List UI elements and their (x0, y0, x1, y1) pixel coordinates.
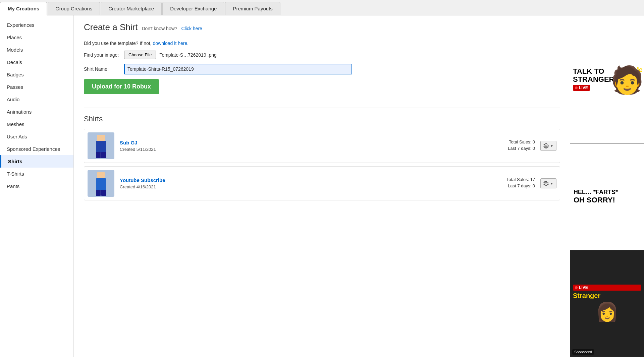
ad3-figure: 👩 (573, 301, 641, 323)
tab-my-creations[interactable]: My Creations (0, 2, 47, 15)
template-note: Did you use the template? If not, downlo… (84, 41, 560, 46)
shirt-thumbnail-2 (88, 170, 114, 197)
shirt-name-row: Shirt Name: (84, 64, 560, 74)
find-image-label: Find your image: (84, 52, 121, 58)
ad1-character: 🧑 (610, 67, 644, 94)
section-divider (84, 108, 560, 108)
sidebar-item-models[interactable]: Models (0, 44, 73, 56)
ad3-live-badge: LIVE (573, 285, 641, 291)
sidebar-item-shirts[interactable]: Shirts (0, 155, 73, 168)
create-shirt-header: Create a Shirt Don't know how? Click her… (84, 22, 560, 36)
shirt-thumbnail-1 (88, 132, 114, 159)
gear-button-1[interactable]: ▼ (540, 141, 556, 151)
thumb-body (96, 141, 106, 153)
dropdown-arrow-2: ▼ (550, 182, 553, 185)
thumb-legs-left-2 (96, 190, 101, 196)
gear-icon-2 (543, 181, 549, 186)
main-layout: Experiences Places Models Decals Badges … (0, 15, 644, 357)
ad2-text2: OH SORRY! (574, 196, 615, 204)
sidebar-item-places[interactable]: Places (0, 31, 73, 44)
choose-file-button[interactable]: Choose File (124, 51, 156, 59)
thumb-body-2 (96, 178, 106, 190)
ad-panel: TALK TOSTRANGERS LIVE Me 🧑 HEL… *FARTS* … (570, 15, 644, 357)
tab-group-creations[interactable]: Group Creations (48, 2, 100, 15)
tab-creator-marketplace[interactable]: Creator Marketplace (101, 2, 162, 15)
ad1-live-label: LIVE (579, 85, 588, 90)
thumb-legs-left (96, 152, 101, 158)
shirt-stats-2: Total Sales: 17 Last 7 days: 0 (475, 177, 535, 190)
shirt-name-input[interactable] (124, 64, 352, 74)
dropdown-arrow-1: ▼ (550, 144, 553, 148)
gear-button-2[interactable]: ▼ (540, 178, 556, 188)
find-image-row: Find your image: Choose File Template-S…… (84, 51, 560, 59)
ad-block-3[interactable]: LIVE Stranger 👩 Sponsored (570, 250, 644, 357)
dont-know-text: Don't know how? (142, 26, 177, 31)
thumb-legs-right (101, 152, 106, 158)
shirt-created-1: Created 5/11/2021 (120, 147, 469, 152)
sidebar-item-sponsored-experiences[interactable]: Sponsored Experiences (0, 143, 73, 155)
last-7-days-1: Last 7 days: 0 (475, 146, 535, 151)
sidebar-item-audio[interactable]: Audio (0, 93, 73, 106)
shirt-actions-2: ▼ (540, 178, 556, 188)
tab-premium-payouts[interactable]: Premium Payouts (225, 2, 280, 15)
tab-developer-exchange[interactable]: Developer Exchange (162, 2, 224, 15)
gear-icon-1 (543, 143, 549, 148)
ad-block-1[interactable]: TALK TOSTRANGERS LIVE Me 🧑 (570, 15, 644, 143)
sidebar-item-experiences[interactable]: Experiences (0, 19, 73, 31)
ad-block-2[interactable]: HEL… *FARTS* OH SORRY! (570, 143, 644, 250)
sponsored-badge: Sponsored (572, 349, 594, 355)
total-sales-1: Total Sales: 0 (475, 139, 535, 144)
thumb-head (97, 135, 105, 141)
create-shirt-title: Create a Shirt (84, 22, 138, 33)
ad3-live-label: LIVE (579, 285, 588, 290)
live-dot-3 (575, 286, 578, 289)
sidebar-item-user-ads[interactable]: User Ads (0, 130, 73, 143)
ad1-content: TALK TOSTRANGERS LIVE Me 🧑 (570, 65, 644, 94)
shirt-created-2: Created 4/16/2021 (120, 184, 469, 189)
shirt-actions-1: ▼ (540, 141, 556, 151)
ad3-content: LIVE Stranger 👩 (570, 282, 644, 325)
shirt-name-link-1[interactable]: Sub GJ (120, 140, 138, 145)
shirt-name-link-2[interactable]: Youtube Subscribe (120, 177, 165, 183)
sidebar-item-decals[interactable]: Decals (0, 56, 73, 68)
sidebar-item-pants[interactable]: Pants (0, 180, 73, 192)
sidebar-item-meshes[interactable]: Meshes (0, 118, 73, 130)
ad1-live-badge: LIVE (573, 85, 590, 91)
shirt-stats-1: Total Sales: 0 Last 7 days: 0 (475, 139, 535, 152)
last-7-days-2: Last 7 days: 0 (475, 183, 535, 188)
thumb-head-2 (97, 172, 105, 179)
file-name-display: Template-S…7262019 .png (159, 52, 216, 58)
shirt-item-2: Youtube Subscribe Created 4/16/2021 Tota… (84, 166, 560, 200)
sidebar-item-animations[interactable]: Animations (0, 106, 73, 118)
click-here-link[interactable]: Click here (181, 26, 202, 31)
sidebar-item-passes[interactable]: Passes (0, 81, 73, 93)
content-area: Create a Shirt Don't know how? Click her… (74, 15, 570, 357)
ad2-text1: HEL… *FARTS* (574, 189, 618, 196)
download-link[interactable]: download it here. (153, 41, 189, 46)
shirt-info-1: Sub GJ Created 5/11/2021 (120, 140, 469, 152)
ad3-stranger-label: Stranger (573, 292, 641, 300)
shirt-item: Sub GJ Created 5/11/2021 Total Sales: 0 … (84, 129, 560, 163)
shirt-name-label: Shirt Name: (84, 66, 121, 72)
sidebar: Experiences Places Models Decals Badges … (0, 15, 74, 357)
upload-button[interactable]: Upload for 10 Robux (84, 79, 159, 94)
ad2-content: HEL… *FARTS* OH SORRY! (570, 185, 644, 208)
sidebar-item-badges[interactable]: Badges (0, 68, 73, 81)
sidebar-item-t-shirts[interactable]: T-Shirts (0, 168, 73, 180)
top-nav: My Creations Group Creations Creator Mar… (0, 0, 644, 15)
shirts-section-title: Shirts (84, 115, 560, 123)
live-dot-1 (575, 86, 578, 89)
total-sales-2: Total Sales: 17 (475, 177, 535, 182)
shirt-info-2: Youtube Subscribe Created 4/16/2021 (120, 177, 469, 189)
thumb-legs-right-2 (101, 190, 106, 196)
